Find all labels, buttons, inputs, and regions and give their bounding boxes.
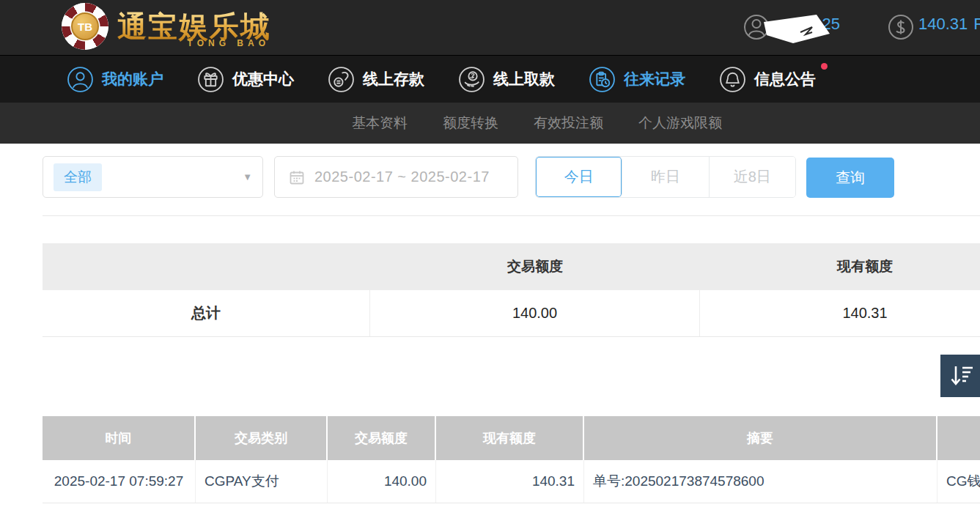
- hand-coin-deposit-icon: [328, 66, 355, 93]
- type-selected-tag[interactable]: 全部: [54, 163, 102, 191]
- summary-col-header: 交易额度: [370, 243, 700, 290]
- today-button[interactable]: 今日: [536, 157, 622, 197]
- currency-clipped: R: [973, 15, 980, 33]
- subtab-credit-transfer[interactable]: 额度转换: [443, 114, 498, 133]
- search-button[interactable]: 查询: [806, 158, 894, 198]
- nav-label: 往来记录: [624, 69, 685, 89]
- gift-icon: [197, 66, 224, 93]
- calendar-icon: [288, 169, 306, 186]
- dollar-coin-icon: [888, 14, 914, 40]
- tx-col-header-time: 时间: [43, 416, 196, 460]
- sort-descending-button[interactable]: [940, 355, 980, 397]
- date-range-input[interactable]: 2025-02-17 ~ 2025-02-17: [274, 156, 518, 198]
- chip-text: TB: [78, 21, 92, 33]
- logo-subtitle: TONG BAO: [188, 38, 270, 48]
- bell-icon: [719, 66, 746, 93]
- tx-col-header-type: 交易类别: [196, 416, 328, 460]
- quick-date-button-group: 今日 昨日 近8日: [535, 156, 796, 198]
- sub-nav: 基本资料 额度转换 有效投注额 个人游戏限额: [0, 103, 980, 144]
- transactions-header-row: 时间 交易类别 交易额度 现有额度 摘要 备注: [43, 416, 980, 460]
- nav-item-my-account[interactable]: 我的账户: [67, 66, 163, 93]
- username-text: 25: [774, 15, 840, 34]
- main-nav: 我的账户 优惠中心: [0, 55, 980, 103]
- summary-cell-transaction-amount: 140.00: [370, 290, 700, 336]
- summary-total-row: 总计 140.00 140.31: [43, 290, 980, 337]
- poker-chip-icon: TB: [62, 3, 108, 50]
- notification-dot: [821, 63, 828, 70]
- type-select[interactable]: 全部 ▼: [43, 156, 263, 198]
- divider: [43, 215, 980, 216]
- nav-item-promotions[interactable]: 优惠中心: [197, 66, 294, 93]
- tx-col-header-balance: 现有额度: [436, 416, 584, 460]
- summary-col-header: 现有额度: [700, 243, 980, 290]
- site-logo[interactable]: TB 通宝娱乐城 TONG BAO: [62, 3, 271, 50]
- nav-label: 我的账户: [102, 69, 163, 89]
- date-range-value: 2025-02-17 ~ 2025-02-17: [314, 169, 490, 185]
- tx-cell-summary: 单号:202502173874578600: [584, 460, 937, 503]
- yesterday-button[interactable]: 昨日: [622, 157, 709, 197]
- page: TB 通宝娱乐城 TONG BAO 25: [0, 0, 980, 518]
- tx-cell-type: CGPAY支付: [196, 460, 328, 503]
- nav-item-deposit[interactable]: 线上存款: [328, 66, 424, 93]
- nav-label: 线上存款: [363, 69, 424, 89]
- subtab-basic-info[interactable]: 基本资料: [352, 114, 408, 133]
- tx-cell-amount: 140.00: [328, 460, 436, 503]
- user-avatar-icon[interactable]: [743, 14, 770, 40]
- transaction-row: 2025-02-17 07:59:27 CGPAY支付 140.00 140.3…: [43, 460, 980, 503]
- tx-col-header-amount: 交易额度: [328, 416, 436, 460]
- tx-col-header-remark: 备注: [937, 416, 980, 460]
- summary-col-header: [43, 243, 370, 290]
- nav-label: 信息公告: [754, 69, 816, 89]
- subtab-game-limits[interactable]: 个人游戏限额: [638, 114, 722, 133]
- hand-coin-withdraw-icon: [458, 66, 485, 93]
- nav-item-withdraw[interactable]: 线上取款: [458, 66, 555, 93]
- account-icon: [67, 66, 94, 93]
- clipboard-clock-icon: [589, 66, 616, 93]
- nav-label: 优惠中心: [232, 69, 294, 89]
- transactions-table: 时间 交易类别 交易额度 现有额度 摘要 备注 2025-02-17 07:59…: [43, 416, 980, 503]
- summary-cell-current-amount: 140.31: [700, 290, 980, 336]
- balance-text: 140.31R: [918, 15, 980, 34]
- top-header: TB 通宝娱乐城 TONG BAO 25: [0, 0, 980, 55]
- summary-header-row: 交易额度 现有额度: [43, 243, 980, 290]
- nav-item-records[interactable]: 往来记录: [589, 66, 685, 93]
- nav-item-announcements[interactable]: 信息公告: [719, 66, 816, 93]
- nav-label: 线上取款: [493, 69, 555, 89]
- sort-descending-icon: [948, 361, 977, 391]
- last-8-days-button[interactable]: 近8日: [710, 157, 795, 197]
- summary-table: 交易额度 现有额度 总计 140.00 140.31: [43, 243, 980, 337]
- tx-col-header-summary: 摘要: [584, 416, 937, 460]
- tx-cell-balance: 140.31: [436, 460, 584, 503]
- tx-cell-remark: CG钱包: [937, 460, 980, 503]
- subtab-valid-bets[interactable]: 有效投注额: [534, 114, 603, 133]
- chevron-down-icon: ▼: [243, 171, 252, 182]
- tx-cell-time: 2025-02-17 07:59:27: [43, 460, 196, 503]
- summary-cell-label: 总计: [43, 290, 370, 336]
